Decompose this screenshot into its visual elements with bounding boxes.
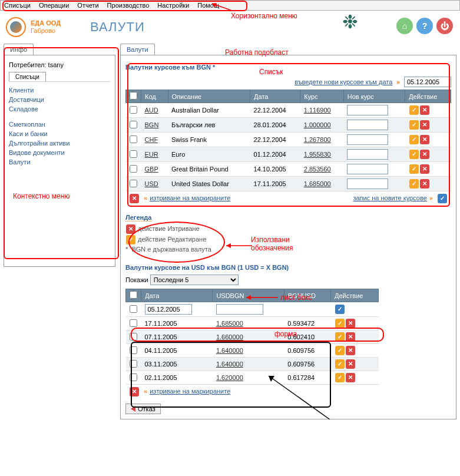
home-button[interactable]: ⌂ bbox=[396, 18, 413, 34]
app-logo bbox=[6, 17, 26, 37]
edit-button[interactable]: ✓ bbox=[409, 120, 419, 130]
delete-button[interactable]: ✕ bbox=[420, 105, 429, 115]
new-rate-input[interactable] bbox=[347, 164, 388, 174]
sidebar-item-assets[interactable]: Дълготрайни активи bbox=[9, 138, 110, 148]
delete-button[interactable]: ✕ bbox=[420, 164, 429, 174]
row-checkbox[interactable] bbox=[130, 319, 137, 327]
form-save-button[interactable]: ✓ bbox=[335, 305, 345, 314]
hist-usdbgn[interactable]: 1.685000 bbox=[216, 320, 243, 327]
form-row-checkbox[interactable] bbox=[130, 305, 137, 313]
sidebar-item-doctypes[interactable]: Видове документи bbox=[9, 148, 110, 157]
sidebar-item-suppliers[interactable]: Доставчици bbox=[9, 95, 110, 104]
edit-button[interactable]: ✓ bbox=[409, 105, 419, 115]
hist-usdbgn[interactable]: 1.660000 bbox=[216, 333, 243, 341]
logout-button[interactable]: ⏻ bbox=[436, 18, 453, 34]
menu-operations[interactable]: Операции bbox=[39, 2, 69, 9]
col-action: Действие bbox=[405, 90, 451, 103]
form-date-input[interactable] bbox=[145, 304, 192, 315]
row-checkbox[interactable] bbox=[130, 360, 137, 368]
arrow-icon: » bbox=[396, 78, 400, 85]
sidebar-item-warehouses[interactable]: Складове bbox=[9, 104, 110, 114]
rates-title: Валутни курсове към BGN * bbox=[125, 64, 451, 71]
edit-button[interactable]: ✓ bbox=[335, 373, 345, 382]
delete-button[interactable]: ✕ bbox=[420, 120, 429, 130]
edit-button[interactable]: ✓ bbox=[409, 150, 419, 159]
menu-help[interactable]: Помощ bbox=[197, 2, 219, 9]
delete-button[interactable]: ✕ bbox=[420, 179, 429, 189]
edit-button[interactable]: ✓ bbox=[335, 346, 345, 355]
legend-bgn: BGN е държавната валута bbox=[131, 246, 211, 253]
new-rate-input[interactable] bbox=[347, 149, 388, 160]
menu-settings[interactable]: Настройки bbox=[157, 2, 189, 9]
edit-button[interactable]: ✓ bbox=[335, 319, 345, 328]
rate-link[interactable]: 1.685000 bbox=[304, 180, 331, 187]
history-delete-marked-link[interactable]: изтриване на маркираните bbox=[150, 388, 230, 395]
form-usdbgn-input[interactable] bbox=[216, 304, 263, 315]
hist-usdbgn[interactable]: 1.640000 bbox=[216, 361, 243, 368]
row-checkbox[interactable] bbox=[130, 135, 137, 143]
row-checkbox[interactable] bbox=[130, 180, 137, 187]
currency-code-link[interactable]: EUR bbox=[145, 151, 158, 158]
user-name: tsany bbox=[48, 61, 64, 68]
cancel-button[interactable]: Отказ bbox=[125, 404, 161, 414]
currency-code-link[interactable]: USD bbox=[145, 180, 158, 187]
menu-reports[interactable]: Отчети bbox=[77, 2, 98, 9]
menu-production[interactable]: Производство bbox=[107, 2, 150, 9]
row-checkbox[interactable] bbox=[130, 333, 137, 341]
sidebar-item-cash[interactable]: Каси и банки bbox=[9, 129, 110, 138]
row-checkbox[interactable] bbox=[130, 150, 137, 158]
edit-button[interactable]: ✓ bbox=[335, 332, 345, 342]
help-button[interactable]: ? bbox=[416, 18, 433, 34]
delete-button[interactable]: ✕ bbox=[420, 150, 429, 159]
new-rate-input[interactable] bbox=[347, 178, 388, 189]
history-select-all[interactable] bbox=[130, 291, 137, 299]
edit-button[interactable]: ✓ bbox=[409, 179, 419, 189]
hummingbird-decoration: ❉ bbox=[342, 11, 389, 40]
delete-button[interactable]: ✕ bbox=[346, 319, 355, 328]
currency-code-link[interactable]: BGN bbox=[145, 121, 159, 128]
new-rate-input[interactable] bbox=[347, 120, 388, 130]
hist-bgnusd: 0.593472 bbox=[284, 317, 330, 330]
new-rate-input[interactable] bbox=[347, 134, 388, 145]
rate-link[interactable]: 1.000000 bbox=[304, 121, 331, 128]
select-all-checkbox[interactable] bbox=[130, 92, 137, 100]
info-tab[interactable]: Инфо bbox=[4, 44, 34, 55]
delete-button[interactable]: ✕ bbox=[346, 359, 355, 369]
menu-lists[interactable]: Списъци bbox=[4, 2, 31, 9]
delete-button[interactable]: ✕ bbox=[346, 332, 355, 342]
currencies-tab[interactable]: Валути bbox=[120, 44, 155, 55]
currency-code-link[interactable]: GBP bbox=[145, 166, 158, 173]
row-checkbox[interactable] bbox=[130, 346, 137, 354]
delete-button[interactable]: ✕ bbox=[346, 346, 355, 355]
edit-button[interactable]: ✓ bbox=[335, 359, 345, 369]
currency-code-link[interactable]: AUD bbox=[145, 107, 158, 114]
row-checkbox[interactable] bbox=[130, 121, 137, 128]
hist-usdbgn[interactable]: 1.640000 bbox=[216, 347, 243, 354]
sidebar-item-accounts[interactable]: Сметкоплан bbox=[9, 120, 110, 129]
hist-usdbgn[interactable]: 1.620000 bbox=[216, 374, 243, 381]
rate-link[interactable]: 2.853560 bbox=[304, 166, 331, 173]
save-icon[interactable]: ✓ bbox=[438, 194, 447, 203]
save-new-rates-link[interactable]: запис на новите курсове bbox=[353, 194, 426, 201]
rate-link[interactable]: 1.116900 bbox=[304, 107, 331, 114]
delete-button[interactable]: ✕ bbox=[346, 373, 355, 382]
new-rate-input[interactable] bbox=[347, 105, 388, 115]
col-date: Дата bbox=[250, 90, 300, 103]
row-checkbox[interactable] bbox=[130, 106, 137, 114]
row-checkbox[interactable] bbox=[130, 373, 137, 381]
rate-link[interactable]: 1.267800 bbox=[304, 136, 331, 143]
enter-new-rates-link[interactable]: въведете нови курсове към дата bbox=[294, 78, 392, 85]
show-select[interactable]: Последни 5 bbox=[150, 275, 239, 285]
rate-link[interactable]: 1.955830 bbox=[304, 151, 331, 158]
edit-button[interactable]: ✓ bbox=[409, 164, 419, 174]
edit-button[interactable]: ✓ bbox=[409, 135, 419, 144]
sidebar-item-clients[interactable]: Клиенти bbox=[9, 85, 110, 95]
new-rate-date-input[interactable] bbox=[404, 77, 451, 87]
delete-marked-link[interactable]: изтриване на маркираните bbox=[150, 194, 230, 201]
history-form-row: ✓ bbox=[126, 302, 379, 317]
delete-button[interactable]: ✕ bbox=[420, 135, 429, 144]
lists-subtab[interactable]: Списъци bbox=[9, 72, 46, 81]
row-checkbox[interactable] bbox=[130, 165, 137, 173]
sidebar-item-currencies[interactable]: Валути bbox=[9, 157, 110, 167]
currency-code-link[interactable]: CHF bbox=[145, 136, 158, 143]
